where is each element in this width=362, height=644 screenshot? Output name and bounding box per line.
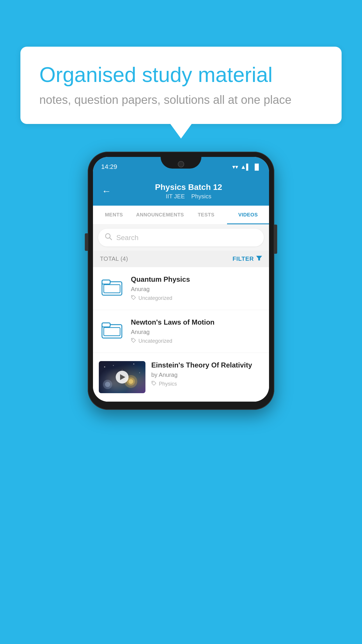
header-title-group: Physics Batch 12 IIT JEE Physics bbox=[117, 183, 260, 200]
svg-point-24 bbox=[105, 382, 110, 387]
status-bar: 14:29 ▾▾ ▲▌ ▐▌ bbox=[93, 157, 269, 177]
svg-point-19 bbox=[139, 372, 140, 373]
svg-point-16 bbox=[113, 365, 114, 366]
bubble-title: Organised study material bbox=[39, 63, 323, 87]
header-subtitle: IIT JEE Physics bbox=[117, 193, 260, 200]
status-time: 14:29 bbox=[101, 163, 117, 171]
battery-icon: ▐▌ bbox=[253, 164, 261, 170]
svg-rect-6 bbox=[102, 280, 110, 284]
item-thumbnail-2 bbox=[99, 318, 125, 342]
svg-point-14 bbox=[132, 339, 133, 340]
item-title-2: Newton's Laws of Motion bbox=[131, 318, 263, 326]
svg-point-8 bbox=[132, 296, 133, 297]
svg-rect-12 bbox=[102, 323, 110, 327]
video-list: Quantum Physics Anurag Uncategorized bbox=[93, 267, 269, 402]
tag-label-1: Uncategorized bbox=[138, 295, 172, 301]
tabs-bar: MENTS ANNOUNCEMENTS TESTS VIDEOS bbox=[93, 206, 269, 225]
tag-icon-3 bbox=[151, 381, 157, 387]
tab-videos[interactable]: VIDEOS bbox=[227, 206, 269, 224]
item-info-2: Newton's Laws of Motion Anurag Uncategor… bbox=[131, 318, 263, 344]
item-info-3: Einstein's Theory Of Relativity by Anura… bbox=[151, 361, 263, 387]
search-bar[interactable]: Search bbox=[98, 229, 264, 246]
notch-cutout bbox=[161, 157, 201, 169]
filter-funnel-icon bbox=[256, 255, 262, 262]
tag-icon-2 bbox=[131, 338, 136, 344]
tag-label-3: Physics bbox=[159, 381, 177, 387]
item-tag-2: Uncategorized bbox=[131, 338, 263, 344]
svg-point-17 bbox=[122, 370, 122, 370]
svg-marker-2 bbox=[256, 256, 262, 260]
item-tag-1: Uncategorized bbox=[131, 295, 263, 302]
phone-screen: 14:29 ▾▾ ▲▌ ▐▌ ← Physics Batch 12 IIT JE… bbox=[93, 157, 269, 402]
header-subtitle-physics: Physics bbox=[191, 193, 211, 200]
list-item[interactable]: Newton's Laws of Motion Anurag Uncategor… bbox=[93, 310, 269, 353]
search-placeholder: Search bbox=[116, 234, 138, 242]
play-button[interactable] bbox=[116, 371, 129, 384]
tab-tests[interactable]: TESTS bbox=[185, 206, 227, 224]
svg-line-1 bbox=[110, 238, 112, 240]
filter-label: FILTER bbox=[233, 256, 254, 262]
svg-point-18 bbox=[133, 363, 134, 365]
svg-rect-13 bbox=[104, 328, 120, 336]
svg-point-22 bbox=[129, 379, 133, 384]
tag-icon-1 bbox=[131, 295, 136, 302]
header-title: Physics Batch 12 bbox=[117, 183, 260, 192]
signal-icon: ▲▌ bbox=[240, 164, 250, 170]
speech-bubble: Organised study material notes, question… bbox=[20, 47, 342, 124]
back-button[interactable]: ← bbox=[102, 186, 111, 197]
list-item[interactable]: Einstein's Theory Of Relativity by Anura… bbox=[93, 353, 269, 402]
tab-ments[interactable]: MENTS bbox=[93, 206, 135, 224]
tag-label-2: Uncategorized bbox=[138, 338, 172, 344]
item-title-3: Einstein's Theory Of Relativity bbox=[151, 361, 263, 369]
play-triangle-icon bbox=[120, 374, 125, 380]
search-bar-wrapper: Search bbox=[93, 225, 269, 251]
einstein-thumbnail bbox=[99, 361, 145, 393]
header-subtitle-iitjee: IIT JEE bbox=[166, 193, 185, 200]
bubble-subtitle: notes, question papers, solutions all at… bbox=[39, 93, 323, 106]
svg-rect-7 bbox=[104, 285, 120, 293]
speech-bubble-arrow bbox=[170, 123, 192, 139]
camera-icon bbox=[178, 161, 184, 167]
item-author-3: by Anurag bbox=[151, 372, 263, 378]
tab-announcements[interactable]: ANNOUNCEMENTS bbox=[135, 206, 185, 224]
svg-point-25 bbox=[152, 382, 153, 383]
speech-bubble-container: Organised study material notes, question… bbox=[20, 47, 342, 139]
item-title-1: Quantum Physics bbox=[131, 275, 263, 284]
filter-button[interactable]: FILTER bbox=[233, 255, 262, 262]
item-author-2: Anurag bbox=[131, 329, 263, 335]
phone-mockup: 14:29 ▾▾ ▲▌ ▐▌ ← Physics Batch 12 IIT JE… bbox=[88, 152, 274, 410]
item-info-1: Quantum Physics Anurag Uncategorized bbox=[131, 275, 263, 302]
item-thumbnail-1 bbox=[99, 275, 125, 299]
total-count: TOTAL (4) bbox=[100, 256, 128, 262]
search-icon bbox=[105, 233, 112, 242]
phone-outer: 14:29 ▾▾ ▲▌ ▐▌ ← Physics Batch 12 IIT JE… bbox=[88, 152, 274, 410]
wifi-icon: ▾▾ bbox=[232, 163, 238, 170]
item-author-1: Anurag bbox=[131, 286, 263, 293]
list-item[interactable]: Quantum Physics Anurag Uncategorized bbox=[93, 267, 269, 310]
filter-bar: TOTAL (4) FILTER bbox=[93, 251, 269, 267]
status-icons: ▾▾ ▲▌ ▐▌ bbox=[232, 163, 261, 170]
item-tag-3: Physics bbox=[151, 381, 263, 387]
app-header: ← Physics Batch 12 IIT JEE Physics bbox=[93, 177, 269, 206]
svg-point-15 bbox=[104, 366, 105, 368]
